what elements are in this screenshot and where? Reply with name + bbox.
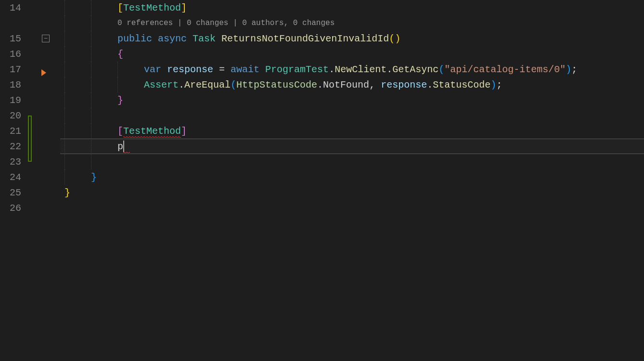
- fold-toggle-icon[interactable]: −: [42, 35, 50, 42]
- kw-public: public: [117, 33, 152, 44]
- code-content[interactable]: {: [64, 46, 644, 62]
- string-literal: "api/catalog-items/0": [444, 64, 566, 75]
- dot: .: [317, 79, 323, 90]
- code-content[interactable]: public async Task ReturnsNotFoundGivenIn…: [64, 31, 644, 46]
- editor-line-current[interactable]: 22 p: [0, 139, 644, 154]
- dot: .: [427, 79, 433, 90]
- editor-line[interactable]: 17 var response = await ProgramTest.NewC…: [0, 62, 644, 77]
- brace-open: {: [117, 49, 123, 60]
- editor-line[interactable]: 26: [0, 200, 644, 216]
- class-assert: Assert: [144, 79, 179, 90]
- attribute: TestMethod: [123, 2, 181, 13]
- attribute: TestMethod: [123, 126, 181, 137]
- kw-async: async: [158, 33, 187, 44]
- var-response: response: [167, 64, 213, 75]
- editor-line[interactable]: 14 [TestMethod]: [0, 0, 644, 15]
- code-content: 0 references | 0 changes | 0 authors, 0 …: [64, 15, 644, 31]
- paren-open: (: [438, 64, 444, 75]
- dot: .: [386, 64, 392, 75]
- code-content[interactable]: [TestMethod]: [64, 0, 644, 15]
- editor-line[interactable]: 16 {: [0, 46, 644, 62]
- paren-close: ): [566, 64, 571, 75]
- editor-line[interactable]: 20: [0, 108, 644, 123]
- code-content[interactable]: }: [64, 185, 644, 200]
- code-content[interactable]: [64, 108, 644, 123]
- line-number: 22: [0, 141, 28, 152]
- prop-newclient: NewClient: [335, 64, 386, 75]
- dot: .: [329, 64, 335, 75]
- line-number: 24: [0, 172, 28, 183]
- line-number: 15: [0, 33, 28, 44]
- editor-line-codelens: 0 references | 0 changes | 0 authors, 0 …: [0, 15, 644, 31]
- paren-open: (: [231, 79, 236, 90]
- line-number: 23: [0, 156, 28, 168]
- brace-close: }: [117, 95, 123, 106]
- kw-var: var: [144, 64, 161, 75]
- text-cursor: [123, 141, 124, 152]
- line-number: 26: [0, 203, 28, 214]
- paren-close: ): [490, 79, 496, 90]
- dot: .: [179, 79, 184, 90]
- semicolon: ;: [496, 79, 502, 90]
- brace-close: }: [64, 187, 70, 198]
- kw-await: await: [231, 64, 259, 75]
- typed-text: p: [117, 141, 123, 152]
- bracket-close: ]: [181, 2, 187, 13]
- paren-open: (: [389, 33, 395, 44]
- editor-line[interactable]: 24 }: [0, 169, 644, 185]
- line-number: 16: [0, 49, 28, 60]
- code-content[interactable]: }: [64, 92, 644, 108]
- editor-line[interactable]: 15 − public async Task ReturnsNotFoundGi…: [0, 31, 644, 46]
- method-areequal: AreEqual: [184, 79, 231, 90]
- bracket-open: [: [117, 2, 123, 13]
- run-test-icon[interactable]: [41, 69, 46, 76]
- line-number: 19: [0, 95, 28, 106]
- method-getasync: GetAsync: [392, 64, 438, 75]
- code-editor[interactable]: 14 [TestMethod] 0 references | 0 changes…: [0, 0, 644, 361]
- enum-notfound: NotFound: [323, 79, 369, 90]
- semicolon: ;: [571, 64, 577, 75]
- editor-line[interactable]: 25 }: [0, 185, 644, 200]
- code-content[interactable]: var response = await ProgramTest.NewClie…: [64, 62, 644, 77]
- editor-line[interactable]: 19 }: [0, 92, 644, 108]
- codelens-text[interactable]: 0 references | 0 changes | 0 authors, 0 …: [117, 15, 335, 31]
- var-response: response: [381, 79, 427, 90]
- code-content[interactable]: [TestMethod]: [64, 123, 644, 139]
- line-number: 18: [0, 79, 28, 90]
- eq: =: [213, 64, 231, 75]
- class-programtest: ProgramTest: [265, 64, 329, 75]
- code-content[interactable]: }: [64, 169, 644, 185]
- enum-httpstatuscode: HttpStatusCode: [236, 79, 317, 90]
- code-content[interactable]: [64, 154, 644, 169]
- line-number: 17: [0, 64, 28, 75]
- prop-statuscode: StatusCode: [433, 79, 490, 90]
- line-number: 20: [0, 110, 28, 121]
- code-content[interactable]: [64, 200, 644, 216]
- error-squiggle: [123, 136, 181, 138]
- error-squiggle: [123, 152, 130, 153]
- editor-line[interactable]: 23: [0, 154, 644, 169]
- editor-line[interactable]: 18 Assert.AreEqual(HttpStatusCode.NotFou…: [0, 77, 644, 92]
- code-content[interactable]: Assert.AreEqual(HttpStatusCode.NotFound,…: [64, 77, 644, 92]
- bracket-open: [: [117, 126, 123, 137]
- method-name: ReturnsNotFoundGivenInvalidId: [221, 33, 389, 44]
- comma: ,: [369, 79, 381, 90]
- line-number: 25: [0, 187, 28, 198]
- paren-close: ): [395, 33, 400, 44]
- editor-rows: 14 [TestMethod] 0 references | 0 changes…: [0, 0, 644, 361]
- editor-line[interactable]: 21 [TestMethod]: [0, 123, 644, 139]
- brace-close: }: [91, 172, 97, 183]
- bracket-close: ]: [181, 126, 187, 137]
- breakpoint-marker[interactable]: [41, 69, 46, 76]
- line-number: 21: [0, 126, 28, 137]
- type-task: Task: [193, 33, 216, 44]
- code-content[interactable]: p: [64, 139, 644, 154]
- outline-column[interactable]: −: [41, 35, 64, 42]
- line-number: 14: [0, 2, 28, 13]
